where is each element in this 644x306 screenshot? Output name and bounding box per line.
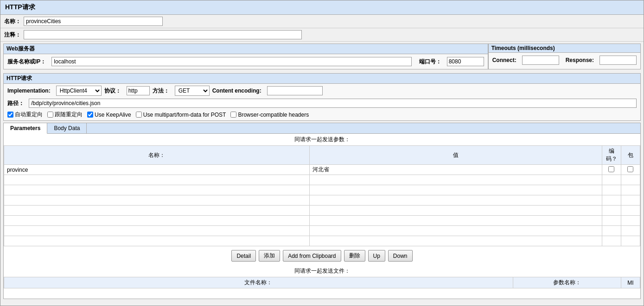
- timeouts-row: Connect: Response:: [492, 56, 637, 65]
- empty-value: [309, 185, 602, 195]
- empty-value: [309, 175, 602, 185]
- empty-include: [621, 236, 640, 246]
- web-server-row: 服务名称或IP： 端口号：: [7, 57, 484, 66]
- add-from-clipboard-button[interactable]: Add from Clipboard: [283, 250, 341, 262]
- empty-name: [4, 185, 310, 195]
- follow-redirect-input[interactable]: [47, 112, 53, 118]
- empty-name: [4, 206, 310, 216]
- use-keepalive-input[interactable]: [87, 112, 93, 118]
- down-button[interactable]: Down: [388, 250, 413, 262]
- empty-include: [621, 195, 640, 206]
- empty-encode: [602, 175, 621, 185]
- add-button[interactable]: 添加: [259, 250, 280, 262]
- up-button[interactable]: Up: [368, 250, 385, 262]
- path-input[interactable]: [29, 99, 637, 108]
- multipart-label: Use multipart/form-data for POST: [143, 112, 226, 118]
- connect-label: Connect:: [492, 57, 516, 63]
- browser-headers-input[interactable]: [230, 112, 236, 118]
- method-select[interactable]: GET POST PUT DELETE: [175, 86, 210, 96]
- detail-button[interactable]: Detail: [231, 250, 256, 262]
- auto-redirect-label: 自动重定向: [15, 111, 43, 119]
- table-row: [4, 195, 640, 206]
- files-empty-name: [4, 288, 513, 299]
- content-enc-input[interactable]: [267, 86, 323, 95]
- auto-redirect-input[interactable]: [7, 112, 13, 118]
- http-request-header: HTTP请求: [4, 74, 640, 84]
- empty-include: [621, 185, 640, 195]
- comment-row: 注释：: [0, 28, 644, 42]
- param-encode-cell[interactable]: [602, 165, 621, 175]
- table-row: [4, 175, 640, 185]
- impl-label: Implementation:: [7, 87, 51, 94]
- method-label: 方法：: [153, 87, 169, 95]
- empty-include: [621, 175, 640, 185]
- files-table: 文件名称： 参数名称： MI: [4, 277, 640, 299]
- top-section: Web服务器 服务名称或IP： 端口号： Timeouts (milliseco…: [0, 42, 644, 71]
- empty-encode: [602, 236, 621, 246]
- comment-label: 注释：: [4, 31, 21, 39]
- include-checkbox[interactable]: [627, 166, 633, 172]
- timeouts-header: Timeouts (milliseconds): [489, 44, 640, 53]
- tab-body-data[interactable]: Body Data: [47, 123, 87, 133]
- col-include-header: 包: [621, 146, 640, 165]
- encode-checkbox[interactable]: [608, 166, 614, 172]
- empty-value: [309, 226, 602, 236]
- empty-include: [621, 226, 640, 236]
- files-empty-row: [4, 288, 640, 299]
- empty-include: [621, 216, 640, 226]
- http-request-section: HTTP请求 Implementation: HttpClient4 HttpC…: [3, 73, 641, 121]
- param-name-cell: province: [4, 165, 310, 175]
- empty-name: [4, 195, 310, 206]
- name-row: 名称：: [0, 15, 644, 28]
- timeouts-body: Connect: Response:: [489, 53, 640, 68]
- path-label: 路径：: [7, 100, 24, 107]
- protocol-input[interactable]: [127, 86, 150, 95]
- comment-input[interactable]: [24, 30, 302, 39]
- files-empty-mime: [621, 288, 640, 299]
- empty-value: [309, 195, 602, 206]
- table-row: [4, 236, 640, 246]
- browser-headers-checkbox[interactable]: Browser-compatible headers: [230, 112, 309, 118]
- param-include-cell[interactable]: [621, 165, 640, 175]
- empty-encode: [602, 216, 621, 226]
- http-impl-row: Implementation: HttpClient4 HttpClient3.…: [4, 84, 640, 98]
- server-name-input[interactable]: [51, 57, 411, 66]
- multipart-checkbox[interactable]: Use multipart/form-data for POST: [136, 112, 226, 118]
- path-row: 路径：: [4, 98, 640, 109]
- port-input[interactable]: [447, 57, 484, 66]
- tab-parameters[interactable]: Parameters: [4, 123, 47, 134]
- empty-encode: [602, 226, 621, 236]
- checkbox-row: 自动重定向 跟随重定向 Use KeepAlive Use multipart/…: [4, 109, 640, 120]
- auto-redirect-checkbox[interactable]: 自动重定向: [7, 111, 43, 119]
- follow-redirect-checkbox[interactable]: 跟随重定向: [47, 111, 83, 119]
- main-window: HTTP请求 名称： 注释： Web服务器 服务名称或IP： 端口号： Time…: [0, 0, 644, 306]
- table-row: [4, 185, 640, 195]
- tabs-header: Parameters Body Data: [4, 123, 640, 134]
- name-input[interactable]: [24, 17, 163, 26]
- files-empty-param: [513, 288, 621, 299]
- param-value-cell: 河北省: [309, 165, 602, 175]
- tabs-container: Parameters Body Data 同请求一起发送参数： 名称： 值 编码…: [3, 123, 641, 299]
- empty-name: [4, 226, 310, 236]
- empty-encode: [602, 185, 621, 195]
- server-label: 服务名称或IP：: [7, 58, 46, 66]
- empty-name: [4, 175, 310, 185]
- col-encode-header: 编码？: [602, 146, 621, 165]
- multipart-input[interactable]: [136, 112, 142, 118]
- web-server-section: Web服务器 服务名称或IP： 端口号：: [3, 44, 488, 69]
- col-name-header: 名称：: [4, 146, 310, 165]
- delete-button[interactable]: 删除: [344, 250, 365, 262]
- table-row: [4, 206, 640, 216]
- col-filename-header: 文件名称：: [4, 277, 513, 288]
- table-row: province 河北省: [4, 165, 640, 175]
- follow-redirect-label: 跟随重定向: [55, 111, 83, 119]
- impl-select[interactable]: HttpClient4 HttpClient3.1 Java: [56, 86, 102, 96]
- empty-value: [309, 236, 602, 246]
- connect-input[interactable]: [522, 56, 559, 65]
- web-server-body: 服务名称或IP： 端口号：: [4, 54, 488, 69]
- window-title: HTTP请求: [0, 0, 644, 15]
- use-keepalive-checkbox[interactable]: Use KeepAlive: [87, 112, 131, 118]
- send-params-label: 同请求一起发送参数：: [4, 134, 640, 145]
- name-label: 名称：: [4, 18, 21, 25]
- response-input[interactable]: [599, 56, 637, 65]
